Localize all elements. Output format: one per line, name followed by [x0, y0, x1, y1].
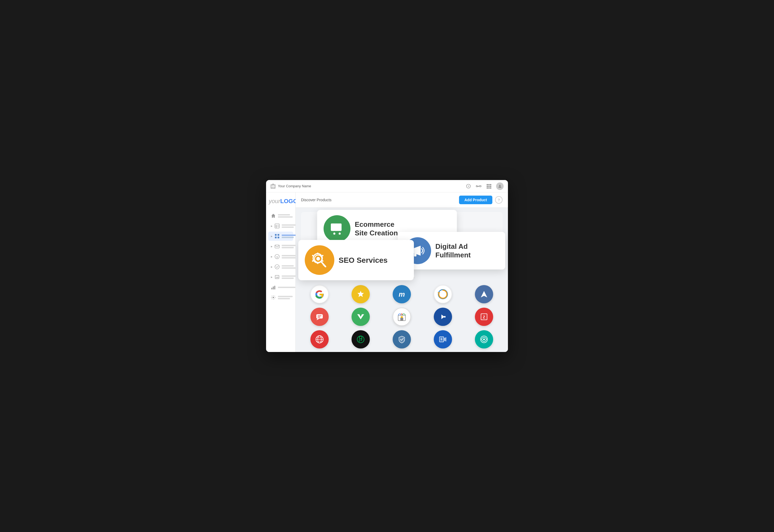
google-logo — [314, 289, 325, 300]
zed-icon: Z — [480, 312, 488, 321]
svg-marker-65 — [442, 315, 445, 319]
svg-rect-4 — [274, 187, 274, 188]
product-moz[interactable]: m — [383, 285, 420, 303]
sidebar-item-hundred[interactable]: ▶ 100 — [268, 272, 293, 282]
sidebar-line — [278, 298, 290, 299]
product-exchange[interactable]: E — [425, 330, 461, 348]
sidebar-item-home[interactable] — [268, 211, 293, 220]
sidebar-nav: ▶ ▶ — [266, 211, 295, 302]
product-globe[interactable] — [301, 330, 338, 348]
sidebar-line — [282, 247, 294, 248]
expand-arrow: ▶ — [271, 256, 273, 258]
svg-rect-66 — [444, 316, 446, 318]
svg-rect-5 — [273, 184, 274, 185]
svg-rect-2 — [274, 185, 274, 186]
product-aritic[interactable] — [466, 285, 503, 303]
ecommerce-icon-circle — [324, 215, 350, 242]
exchange-icon: E — [439, 335, 447, 344]
svg-rect-10 — [490, 184, 492, 185]
hundred-icon: 100 — [275, 275, 279, 279]
sidebar-item-check[interactable]: ▶ — [268, 262, 293, 271]
godaddy-icon — [356, 335, 365, 344]
svg-marker-56 — [481, 291, 487, 297]
chart-icon — [271, 285, 276, 290]
top-bar: Your Company Name ? — [266, 180, 508, 192]
sidebar-item-apps[interactable]: ▶ — [268, 232, 293, 241]
featured-section: EcommerceSite Creation — [296, 208, 508, 283]
sidebar-lines-home — [278, 214, 293, 218]
sidebar-item-mail[interactable]: ▶ — [268, 242, 293, 251]
product-zed[interactable]: Z — [466, 308, 503, 326]
grid-apps-icon[interactable] — [486, 183, 492, 189]
svg-marker-61 — [357, 314, 364, 319]
svg-rect-22 — [275, 234, 277, 236]
svg-rect-16 — [490, 187, 492, 189]
svg-point-81 — [483, 339, 485, 340]
aritic-icon — [480, 290, 488, 298]
sidebar-item-chart[interactable] — [268, 283, 293, 292]
product-chat[interactable] — [301, 308, 338, 326]
product-godaddy[interactable] — [342, 330, 379, 348]
logo: yourLOGO — [269, 198, 293, 205]
product-forward[interactable] — [425, 308, 461, 326]
infinity-icon[interactable] — [476, 183, 482, 189]
svg-marker-58 — [316, 318, 319, 320]
svg-point-35 — [273, 297, 274, 298]
home-icon — [271, 213, 276, 218]
seo-card[interactable]: SEO Services — [298, 240, 414, 280]
add-product-button[interactable]: Add Product — [459, 196, 492, 204]
svg-point-40 — [333, 233, 335, 235]
svg-rect-52 — [414, 253, 417, 257]
help-icon[interactable]: ? — [465, 183, 471, 189]
digital-ad-card[interactable]: Digital AdFulfillment — [398, 232, 505, 269]
apps-icon — [275, 234, 279, 239]
product-google[interactable] — [301, 285, 338, 303]
product-shield[interactable] — [383, 330, 420, 348]
svg-rect-1 — [272, 185, 273, 186]
svg-rect-11 — [487, 186, 488, 187]
product-vend[interactable] — [342, 308, 379, 326]
company-name-label: Your Company Name — [278, 184, 311, 188]
svg-rect-14 — [487, 187, 488, 189]
sidebar-line — [282, 275, 296, 277]
svg-rect-9 — [488, 184, 490, 185]
svg-rect-33 — [273, 286, 274, 289]
svg-rect-25 — [278, 237, 279, 238]
svg-rect-32 — [271, 288, 273, 289]
svg-rect-63 — [400, 318, 403, 321]
sidebar-item-grid[interactable]: ▶ — [268, 221, 293, 231]
logo-logo: LOGO — [280, 198, 298, 204]
svg-rect-13 — [490, 186, 492, 187]
forward-icon — [439, 313, 447, 321]
digital-ad-card-label: Digital AdFulfillment — [435, 242, 471, 260]
vend-icon — [356, 312, 365, 321]
sidebar-item-settings[interactable] — [268, 293, 293, 302]
svg-rect-26 — [275, 245, 279, 248]
product-star[interactable] — [342, 285, 379, 303]
content-area: Discover Products Add Product ? — [296, 192, 508, 352]
ecommerce-card-label: EcommerceSite Creation — [355, 220, 398, 238]
svg-text:?: ? — [468, 185, 469, 188]
svg-point-74 — [357, 336, 364, 343]
sidebar-line — [282, 237, 294, 238]
header-help-button[interactable]: ? — [495, 196, 503, 204]
svg-marker-53 — [357, 291, 364, 297]
expand-arrow: ▶ — [271, 225, 273, 227]
app-shell: Your Company Name ? — [266, 180, 508, 352]
building-icon — [270, 184, 276, 189]
sidebar-item-dollar[interactable]: ▶ $ — [268, 252, 293, 261]
svg-rect-8 — [487, 184, 488, 185]
seo-icon-circle — [305, 245, 334, 275]
product-ci[interactable] — [425, 285, 461, 303]
globe-icon — [315, 335, 324, 344]
user-avatar[interactable] — [496, 182, 504, 190]
top-bar-right: ? — [465, 182, 504, 190]
top-bar-left: Your Company Name — [270, 184, 311, 189]
logo-area: yourLOGO — [266, 198, 295, 211]
svg-rect-59 — [317, 315, 321, 316]
product-ripple[interactable] — [466, 330, 503, 348]
product-gmb[interactable] — [383, 308, 420, 326]
svg-text:$: $ — [276, 256, 278, 258]
shield-icon — [398, 335, 406, 343]
dollar-icon: $ — [275, 254, 279, 259]
